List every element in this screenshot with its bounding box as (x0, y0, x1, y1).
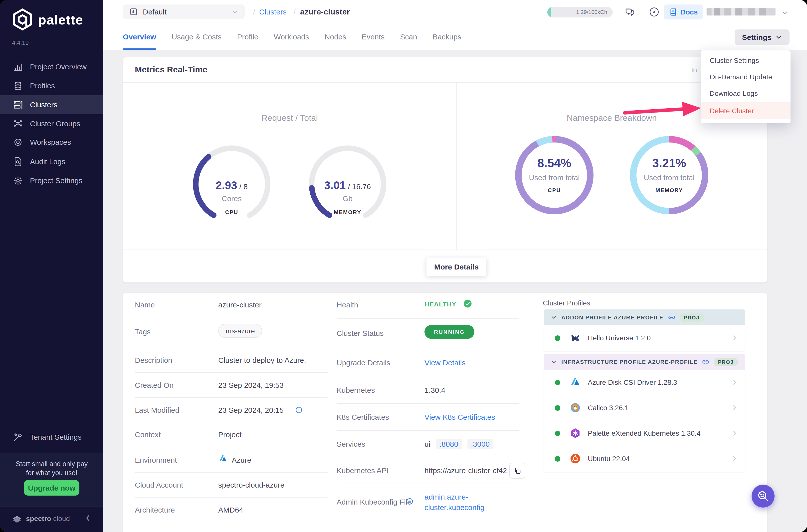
last-modified-value: 23 Sep 2024, 20:15 (218, 406, 283, 414)
addon-profile-header[interactable]: ADDON PROFILE AZURE-PROFILE PROJ (544, 309, 745, 325)
project-selector-value: Default (143, 4, 167, 19)
sidebar-footer: spectro cloud (0, 507, 103, 532)
footer-brand-light: cloud (53, 515, 70, 522)
menu-item-cluster-settings[interactable]: Cluster Settings (701, 52, 790, 69)
page: palette 4.4.19 Project Overview Profiles… (0, 0, 807, 532)
profile-row-hello-universe[interactable]: Hello Universe 1.2.0 (544, 325, 745, 352)
sidebar-item-cluster-groups[interactable]: Cluster Groups (0, 114, 103, 133)
service-port-link[interactable]: :8080 (436, 439, 462, 449)
status-dot (555, 456, 560, 462)
sidebar-item-clusters[interactable]: Clusters (0, 95, 103, 114)
sidebar-item-label: Workspaces (30, 133, 71, 152)
topbar: Default / Clusters / azure-cluster 1.29/… (103, 0, 807, 24)
kubernetes-version: 1.30.4 (424, 386, 445, 394)
sidebar-item-profiles[interactable]: Profiles (0, 76, 103, 95)
collapse-sidebar-icon[interactable] (84, 514, 92, 522)
docs-label: Docs (681, 8, 698, 16)
infrastructure-profile-header[interactable]: INFRASTRUCTURE PROFILE AZURE-PROFILE PRO… (544, 354, 745, 370)
description-value: Cluster to deploy to Azure. (218, 356, 306, 364)
breadcrumb-clusters-link[interactable]: Clusters (259, 0, 287, 24)
user-name-redacted[interactable] (707, 8, 775, 16)
tab-backups[interactable]: Backups (433, 24, 461, 50)
service-port-link[interactable]: :3000 (467, 439, 493, 449)
chevron-right-icon (731, 379, 738, 386)
cluster-details-card: Name azure-cluster Tags ms-azure Descrip… (123, 293, 767, 532)
kubernetes-label: Kubernetes (336, 386, 375, 394)
chat-icon[interactable] (624, 6, 635, 17)
sidebar-item-label: Profiles (30, 76, 55, 95)
settings-button[interactable]: Settings (735, 30, 790, 45)
more-details-button[interactable]: More Details (426, 258, 487, 276)
profile-row-calico[interactable]: Calico 3.26.1 (544, 395, 745, 421)
environment-value: Azure (232, 456, 251, 464)
compass-icon[interactable] (649, 6, 660, 17)
info-icon[interactable] (406, 498, 414, 505)
tab-scan[interactable]: Scan (400, 24, 417, 50)
usage-progress (547, 7, 551, 17)
docs-button[interactable]: Docs (664, 4, 703, 19)
tab-workloads[interactable]: Workloads (274, 24, 309, 50)
sidebar-item-label: Audit Logs (30, 152, 66, 171)
link-icon[interactable] (668, 314, 675, 321)
kubeconfig-file-link-line2[interactable]: cluster.kubeconfig (424, 503, 484, 512)
upgrade-now-button[interactable]: Upgrade now (24, 480, 79, 496)
running-status-pill[interactable]: RUNNING (424, 325, 474, 339)
architecture-label: Architecture (135, 506, 175, 514)
profile-item-label: Palette eXtended Kubernetes 1.30.4 (588, 421, 700, 446)
sidebar-item-project-settings[interactable]: Project Settings (0, 171, 103, 190)
upgrade-promo: Start small and only pay for what you us… (0, 453, 103, 507)
memory-gauge-caption: MEMORY (308, 209, 387, 215)
memory-donut-percent: 3.21% (629, 156, 709, 170)
sidebar-item-project-overview[interactable]: Project Overview (0, 57, 103, 76)
menu-item-delete-cluster[interactable]: Delete Cluster (701, 102, 790, 119)
kubernetes-api-label: Kubernetes API (336, 466, 389, 475)
sidebar-item-tenant-settings[interactable]: Tenant Settings (0, 428, 103, 446)
chevron-down-icon (775, 34, 782, 40)
sidebar-item-label: Tenant Settings (30, 428, 81, 446)
memory-donut-subtitle: Used from total (629, 173, 709, 182)
project-icon (129, 7, 138, 16)
cluster-profiles-title: Cluster Profiles (543, 299, 590, 307)
server-icon (13, 100, 23, 110)
cpu-gauge-value: 2.93 (216, 179, 237, 192)
cpu-gauge-total: / 8 (239, 182, 248, 191)
sidebar-item-label: Project Settings (30, 171, 82, 190)
tab-usage-costs[interactable]: Usage & Costs (171, 24, 221, 50)
cluster-status-label: Cluster Status (336, 329, 384, 337)
tab-profile[interactable]: Profile (237, 24, 258, 50)
copy-api-button[interactable] (509, 463, 525, 479)
upgrade-details-label: Upgrade Details (336, 358, 390, 367)
tools-icon (13, 432, 23, 442)
menu-item-download-logs[interactable]: Download Logs (701, 86, 790, 102)
menu-item-on-demand-update[interactable]: On-Demand Update (701, 69, 790, 86)
view-details-link[interactable]: View Details (424, 358, 466, 367)
layers-icon (13, 81, 23, 91)
kubeconfig-file-link-line1[interactable]: admin.azure- (424, 493, 468, 501)
view-k8s-certificates-link[interactable]: View K8s Certificates (424, 413, 495, 421)
user-menu-chevron-icon[interactable] (782, 10, 788, 16)
cpu-namespace-donut: 8.54% Used from total CPU (514, 135, 594, 215)
calico-cat-icon (570, 402, 581, 413)
chevron-down-icon (551, 359, 557, 365)
book-icon (669, 8, 677, 16)
created-on-label: Created On (135, 381, 173, 389)
project-selector[interactable]: Default (123, 4, 245, 19)
environment-label: Environment (135, 456, 177, 464)
link-icon[interactable] (702, 358, 709, 365)
profile-row-ubuntu[interactable]: Ubuntu 22.04 (544, 446, 745, 472)
doc-search-icon (13, 157, 23, 167)
help-search-fab[interactable] (752, 484, 774, 508)
sidebar-item-workspaces[interactable]: Workspaces (0, 133, 103, 152)
ubuntu-icon (570, 453, 581, 464)
profile-row-palette-extended-kubernetes[interactable]: Palette eXtended Kubernetes 1.30.4 (544, 421, 745, 446)
tab-nodes[interactable]: Nodes (325, 24, 346, 50)
tab-events[interactable]: Events (362, 24, 385, 50)
tab-overview[interactable]: Overview (123, 24, 156, 50)
info-icon[interactable] (295, 406, 302, 414)
sidebar-item-audit-logs[interactable]: Audit Logs (0, 152, 103, 171)
created-on-value: 23 Sep 2024, 19:53 (218, 381, 283, 389)
annotation-arrow (622, 98, 704, 120)
metrics-title: Metrics Real-Time (135, 65, 207, 75)
memory-gauge-value: 3.01 (324, 179, 346, 192)
profile-row-azure-disk[interactable]: Azure Disk CSI Driver 1.28.3 (544, 370, 745, 396)
